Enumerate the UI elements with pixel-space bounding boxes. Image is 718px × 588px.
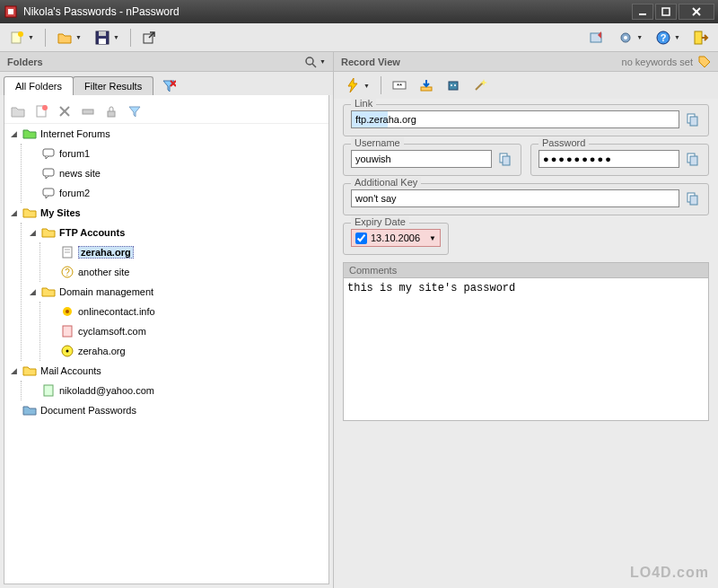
tree-item-forum1[interactable]: forum1	[23, 144, 328, 163]
dropdown-arrow-icon: ▼	[636, 34, 643, 40]
svg-rect-52	[503, 156, 510, 165]
link-input[interactable]	[351, 110, 679, 128]
clear-filter-button[interactable]	[156, 77, 181, 95]
tab-filter-results[interactable]: Filter Results	[73, 76, 153, 95]
copy-additional-key-button[interactable]	[685, 190, 701, 206]
chat-icon	[41, 166, 56, 180]
cut-button[interactable]	[80, 103, 96, 119]
tree-item-zeraha-domain[interactable]: zeraha.org	[42, 341, 328, 361]
app-icon	[4, 4, 18, 19]
open-button[interactable]: ▼	[53, 27, 85, 48]
flower-icon	[60, 304, 74, 319]
folder-tabs: All Folders Filter Results	[0, 72, 333, 95]
svg-point-46	[451, 84, 452, 86]
collapse-icon[interactable]: ◢	[27, 228, 38, 237]
svg-line-19	[312, 64, 316, 67]
svg-rect-56	[690, 196, 697, 205]
tree-item-forum2[interactable]: forum2	[23, 183, 328, 203]
comments-input[interactable]	[343, 277, 709, 421]
collapse-icon[interactable]: ◢	[27, 287, 38, 296]
help-button[interactable]: ? ▼	[652, 27, 684, 48]
expiry-date-picker[interactable]: 13.10.2006 ▼	[351, 229, 441, 247]
expiry-value: 13.10.2006	[371, 233, 420, 243]
tree-item-nikoladd[interactable]: nikoladd@yahoo.com	[23, 381, 328, 400]
expiry-checkbox[interactable]	[355, 233, 367, 244]
folder-tree: ◢ Internet Forums forum1 news site forum…	[4, 124, 328, 420]
new-button[interactable]: ▼	[5, 27, 38, 48]
folder-open-icon	[41, 285, 56, 299]
question-icon: ?	[60, 265, 74, 279]
comments-group: Comments	[343, 262, 709, 421]
svg-rect-27	[108, 111, 115, 117]
tab-all-folders[interactable]: All Folders	[4, 76, 74, 95]
dropdown-arrow-icon[interactable]: ▼	[429, 234, 436, 242]
page-green-icon	[41, 383, 56, 398]
svg-rect-3	[662, 8, 670, 15]
search-icon[interactable]	[304, 56, 317, 68]
folder-blue-icon	[22, 403, 37, 417]
delete-button[interactable]	[57, 103, 73, 119]
svg-text:?: ?	[661, 32, 667, 43]
svg-rect-29	[43, 169, 54, 176]
tree-folder-document-passwords[interactable]: Document Passwords	[4, 400, 328, 420]
chat-icon	[41, 186, 56, 200]
popout-button[interactable]	[138, 27, 160, 48]
maximize-button[interactable]	[655, 4, 677, 20]
svg-rect-26	[83, 110, 93, 114]
username-group: Username	[343, 144, 521, 176]
collapse-icon[interactable]: ◢	[8, 208, 19, 217]
tree-folder-domain-management[interactable]: ◢Domain management	[23, 282, 328, 302]
copy-username-button[interactable]	[497, 151, 513, 167]
additional-key-input[interactable]	[351, 189, 679, 207]
tree-folder-internet-forums[interactable]: ◢ Internet Forums	[4, 124, 328, 144]
additional-key-label: Additional Key	[351, 177, 421, 188]
record-view-panel: Record View no keywords set ▼ ** Link	[334, 52, 718, 588]
username-input[interactable]	[351, 150, 492, 168]
save-button[interactable]: ▼	[91, 27, 123, 48]
tree-item-another-site[interactable]: ?another site	[42, 262, 328, 282]
password-group: Password	[530, 144, 709, 176]
dropdown-arrow-icon[interactable]: ▼	[320, 58, 326, 65]
download-button[interactable]	[416, 75, 437, 96]
tree-item-onlinecontact[interactable]: onlinecontact.info	[42, 302, 328, 321]
close-button[interactable]	[679, 4, 714, 20]
page-icon	[60, 245, 74, 259]
minimize-button[interactable]	[632, 4, 653, 20]
svg-point-37	[66, 310, 69, 313]
tree-item-zeraha[interactable]: zeraha.org	[42, 242, 328, 262]
svg-rect-10	[99, 39, 106, 44]
new-record-button[interactable]	[33, 103, 49, 119]
collapse-icon[interactable]: ◢	[8, 129, 19, 138]
additional-key-group: Additional Key	[343, 183, 709, 215]
collapse-icon[interactable]: ◢	[8, 366, 19, 375]
wand-button[interactable]	[469, 75, 491, 96]
tag-icon[interactable]	[698, 56, 711, 68]
folders-panel: Folders ▼ All Folders Filter Results	[0, 52, 334, 588]
toolbar-separator	[45, 29, 46, 47]
lightning-button[interactable]: ▼	[341, 75, 373, 96]
copy-password-button[interactable]	[685, 151, 701, 167]
import-button[interactable]	[585, 27, 609, 48]
filter-button[interactable]	[127, 103, 143, 119]
svg-rect-17	[695, 31, 702, 44]
link-label: Link	[351, 99, 376, 109]
lock-button[interactable]	[103, 103, 119, 119]
page-red-icon	[60, 324, 74, 338]
show-password-button[interactable]: **	[389, 75, 410, 96]
new-folder-button[interactable]	[10, 103, 26, 119]
svg-rect-41	[44, 385, 53, 396]
exit-button[interactable]	[689, 27, 713, 48]
tree-folder-my-sites[interactable]: ◢ My Sites	[4, 203, 328, 223]
svg-rect-9	[99, 31, 106, 36]
copy-link-button[interactable]	[685, 111, 701, 127]
tree-folder-mail-accounts[interactable]: ◢ Mail Accounts	[4, 361, 328, 381]
tree-item-news-site[interactable]: news site	[23, 163, 328, 183]
tree-item-cyclamsoft[interactable]: cyclamsoft.com	[42, 321, 328, 341]
record-view-header: Record View no keywords set	[334, 52, 718, 72]
password-input[interactable]	[538, 150, 679, 168]
tree-folder-ftp-accounts[interactable]: ◢FTP Accounts	[23, 223, 328, 242]
svg-point-23	[42, 105, 48, 110]
svg-point-18	[306, 57, 313, 65]
robot-button[interactable]	[442, 75, 464, 96]
settings-button[interactable]: ▼	[614, 27, 646, 48]
